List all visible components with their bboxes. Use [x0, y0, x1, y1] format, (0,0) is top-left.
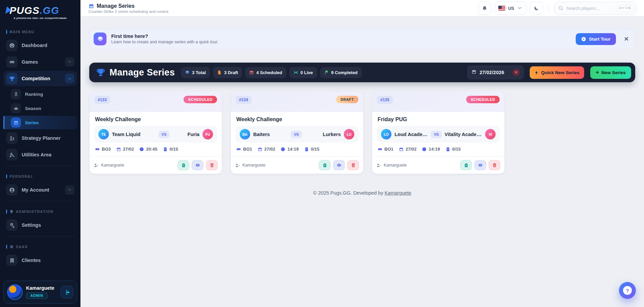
chevron-down-icon[interactable] [65, 185, 74, 195]
eye-icon [478, 163, 483, 168]
matchup-row: TETeam Liquid VS FuriaFU [94, 126, 217, 142]
sidebar-item-my-account[interactable]: My Account [3, 182, 77, 198]
series-id: #133 [94, 96, 110, 104]
team-name: Vitality Academy [445, 132, 482, 137]
series-id: #135 [377, 96, 393, 104]
user-card[interactable]: Kamarguete ADMIN [3, 281, 77, 304]
delete-button[interactable] [347, 160, 359, 170]
matchup-row: LOLoud Academy VS Vitality AcademyVI [377, 126, 500, 142]
team-avatar: VI [485, 129, 496, 139]
new-series-button[interactable]: + New Series [590, 66, 631, 79]
sidebar-item-season[interactable]: Season [3, 102, 77, 115]
chevron-down-icon[interactable] [65, 57, 74, 67]
sidebar-item-strategy-planner[interactable]: Strategy Planner [3, 130, 77, 146]
sidebar-item-settings[interactable]: Settings [3, 217, 77, 233]
view-button[interactable] [192, 160, 204, 170]
brand-logo[interactable]: PUGS .GG A plataforma lider em competiti… [0, 0, 80, 23]
sidebar-item-dashboard[interactable]: Dashboard [3, 38, 77, 53]
clock-icon [281, 147, 285, 152]
sidebar-item-series[interactable]: Series [3, 116, 77, 129]
trash-icon [492, 163, 497, 168]
team-name: Lurkers [323, 132, 341, 137]
lightning-icon [534, 70, 539, 75]
vs-badge: VS [291, 131, 302, 138]
close-icon[interactable]: ✕ [624, 36, 629, 43]
series-title: Weekly Challenge [95, 116, 217, 123]
format-value: BO3 [102, 147, 111, 152]
gamepad-icon [378, 147, 382, 152]
search-box[interactable]: Ctrl+K [554, 2, 637, 15]
calendar-icon [258, 147, 262, 152]
stat-total: 3 Total [181, 67, 210, 78]
report-button[interactable] [319, 160, 331, 170]
section-saas: SAAS [3, 240, 77, 251]
sidebar-item-utilities-area[interactable]: Utilities Area [3, 147, 77, 162]
copyright-footer: © 2025 Pugs.GG. Developed by Kamarguete [89, 190, 635, 196]
search-icon [558, 6, 564, 11]
sidebar-item-ranking[interactable]: Ranking [3, 87, 77, 101]
user-circle-icon [6, 184, 18, 196]
trophy-icon [6, 73, 18, 84]
start-tour-button[interactable]: Start Tour [576, 33, 616, 45]
team-name: Furia [188, 132, 199, 137]
gamepad-icon [6, 56, 18, 68]
calendar-icon [11, 117, 21, 128]
time-value: 14:19 [287, 147, 299, 152]
notifications-button[interactable] [478, 2, 491, 15]
time-value: 14:19 [429, 147, 440, 152]
language-code: US [508, 6, 514, 11]
eye-icon [337, 163, 341, 168]
sidebar-item-games[interactable]: Games [3, 54, 77, 70]
format-value: BO1 [384, 147, 393, 152]
owner-name: Kamarguete [101, 163, 124, 168]
chevron-up-icon[interactable] [65, 74, 74, 83]
logout-button[interactable] [61, 286, 73, 299]
brand-tagline: A plataforma lider em competitividade [6, 17, 75, 20]
search-input[interactable] [566, 6, 613, 11]
clock-icon [422, 147, 427, 152]
delete-button[interactable] [488, 160, 500, 170]
section-personal: PERSONAL [3, 170, 77, 181]
eye-icon [195, 163, 200, 168]
delete-button[interactable] [206, 160, 218, 170]
clipboard-icon [181, 163, 186, 168]
developer-link[interactable]: Kamarguete [385, 190, 411, 196]
user-role-badge: ADMIN [26, 292, 48, 299]
medal-icon [11, 89, 21, 99]
players-value: 0/15 [452, 147, 461, 152]
topbar: Manage Series Counter-Strike 2 series sc… [80, 0, 644, 17]
clear-date-button[interactable]: ✕ [512, 69, 520, 76]
logout-icon [64, 289, 70, 295]
date-filter[interactable]: 27/02/2026 ✕ [467, 66, 524, 79]
help-button[interactable]: ? [619, 282, 636, 299]
banner-subtitle: Learn how to create and manage series wi… [111, 40, 571, 44]
dark-mode-toggle[interactable] [530, 2, 543, 15]
divider [5, 166, 76, 166]
series-id: #134 [236, 96, 252, 104]
report-button[interactable] [460, 160, 472, 170]
calendar-icon [89, 3, 94, 9]
clipboard-icon [446, 147, 450, 152]
user-edit-icon [94, 163, 99, 168]
user-edit-icon [235, 163, 240, 168]
report-button[interactable] [177, 160, 189, 170]
language-selector[interactable]: US [495, 2, 526, 15]
view-button[interactable] [333, 160, 345, 170]
status-badge: SCHEDULED [466, 96, 500, 103]
matchup-row: BABaiters VS LurkersLU [236, 126, 358, 142]
sidebar-item-clientes[interactable]: Clientes [3, 253, 77, 268]
sidebar-item-competition[interactable]: Competition [3, 71, 77, 86]
banner-title: First time here? [111, 34, 571, 39]
team-avatar: LO [381, 129, 391, 139]
stat-completed: 9 Completed [320, 67, 362, 78]
trash-icon [351, 163, 356, 168]
quick-new-series-button[interactable]: Quick New Series [530, 66, 584, 79]
layers-icon [185, 70, 190, 75]
onboarding-banner: First time here? Learn how to create and… [89, 29, 635, 49]
toolbar-title: Manage Series [110, 67, 175, 78]
owner-name: Kamarguete [242, 163, 265, 168]
page-title: Manage Series [97, 3, 135, 9]
brand-tld: .GG [40, 5, 59, 16]
view-button[interactable] [474, 160, 486, 170]
date-value: 27/02 [264, 147, 276, 152]
